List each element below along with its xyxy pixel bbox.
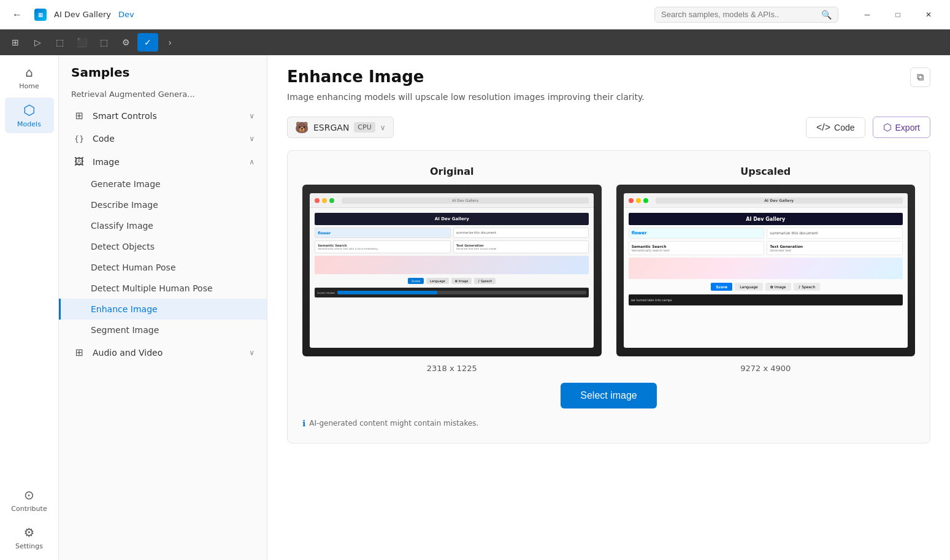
image-panel: Original AI Dev Gallery	[287, 150, 930, 443]
upscaled-screenshot: AI Dev Gallery AI Dev Gallery flower	[624, 193, 908, 348]
page-description: Image enhancing models will upscale low …	[287, 92, 645, 102]
select-image-button[interactable]: Select image	[561, 383, 657, 408]
upscaled-col: Upscaled AI Dev Gallery	[616, 166, 916, 373]
main-layout: ⌂ Home ⬡ Models ⊙ Contribute ⚙ Settings …	[0, 55, 950, 560]
page-title: Enhance Image	[287, 67, 645, 86]
original-dimensions: 2318 x 1225	[427, 364, 477, 373]
sidebar-sub-segment-image[interactable]: Segment Image	[59, 320, 267, 340]
search-bar[interactable]: 🔍	[654, 7, 838, 23]
sidebar-sub-enhance-image[interactable]: Enhance Image	[59, 299, 267, 320]
nav-contribute-label: Contribute	[11, 505, 47, 513]
nav-home[interactable]: ⌂ Home	[5, 60, 54, 95]
settings-icon: ⚙	[24, 525, 35, 540]
content-toolbar: 🐻 ESRGAN CPU ∨ </> Code ⬡ Export	[287, 117, 930, 138]
smart-controls-label: Smart Controls	[93, 111, 242, 121]
export-button[interactable]: ⬡ Export	[873, 117, 930, 138]
nav-rail: ⌂ Home ⬡ Models ⊙ Contribute ⚙ Settings	[0, 55, 59, 560]
original-image-preview: AI Dev Gallery AI Dev Gallery flower	[302, 185, 602, 356]
audio-video-label: Audio and Video	[93, 348, 242, 358]
nav-contribute[interactable]: ⊙ Contribute	[5, 483, 54, 518]
code-chevron: ∨	[249, 134, 255, 143]
disclaimer-text: AI-generated content might contain mista…	[309, 419, 478, 428]
image-section-icon: 🖼	[73, 156, 85, 167]
export-icon: ⬡	[883, 121, 892, 133]
image-section-chevron: ∧	[249, 158, 255, 166]
model-icon: 🐻	[295, 121, 308, 134]
search-input[interactable]	[661, 10, 816, 19]
upscaled-label: Upscaled	[740, 166, 791, 177]
contribute-icon: ⊙	[24, 488, 34, 502]
rag-label: Retrieval Augmented Genera...	[71, 90, 195, 99]
app-title: AI Dev Gallery	[54, 10, 111, 19]
upscaled-image-preview: AI Dev Gallery AI Dev Gallery flower	[616, 185, 916, 356]
sidebar-sub-classify-image[interactable]: Classify Image	[59, 215, 267, 236]
back-button[interactable]: ←	[7, 5, 27, 25]
image-comparison: Original AI Dev Gallery	[302, 166, 915, 373]
model-tag: CPU	[354, 122, 375, 132]
content-inner: Enhance Image Image enhancing models wil…	[267, 55, 950, 456]
search-icon: 🔍	[821, 10, 832, 20]
smart-controls-icon: ⊞	[73, 110, 85, 121]
sidebar-sub-generate-image[interactable]: Generate Image	[59, 174, 267, 194]
upscaled-dimensions: 9272 x 4900	[740, 364, 791, 373]
image-section-label: Image	[93, 157, 242, 167]
code-button-label: Code	[834, 123, 854, 132]
toolbar-btn-4[interactable]: ⬛	[71, 33, 92, 52]
maximize-button[interactable]: □	[884, 5, 912, 25]
original-screenshot: AI Dev Gallery AI Dev Gallery flower	[310, 193, 594, 348]
model-name: ESRGAN	[313, 123, 349, 132]
sidebar-item-audio-video[interactable]: ⊞ Audio and Video ∨	[59, 340, 267, 364]
link-button[interactable]: ⧉	[910, 67, 930, 87]
back-icon: ←	[12, 9, 22, 20]
toolbar-btn-2[interactable]: ▷	[27, 33, 48, 52]
sidebar-item-code[interactable]: {} Code ∨	[59, 128, 267, 150]
nav-models[interactable]: ⬡ Models	[5, 98, 54, 133]
toolbar-btn-chevron[interactable]: ›	[159, 33, 180, 52]
info-icon: ℹ	[302, 418, 305, 428]
app-icon: ▦	[34, 9, 47, 21]
sidebar-rag-item[interactable]: Retrieval Augmented Genera...	[59, 85, 267, 104]
sidebar-item-smart-controls[interactable]: ⊞ Smart Controls ∨	[59, 104, 267, 128]
smart-controls-chevron: ∨	[249, 112, 255, 120]
code-icon: {}	[73, 134, 85, 144]
model-selector[interactable]: 🐻 ESRGAN CPU ∨	[287, 117, 394, 138]
toolbar-btn-6[interactable]: ⚙	[115, 33, 136, 52]
models-icon: ⬡	[23, 102, 35, 118]
app-env: Dev	[118, 10, 134, 19]
ai-disclaimer: ℹ AI-generated content might contain mis…	[302, 418, 915, 428]
code-label: Code	[93, 134, 242, 144]
export-button-label: Export	[895, 123, 920, 132]
sidebar-item-image[interactable]: 🖼 Image ∧	[59, 150, 267, 174]
toolbar-btn-1[interactable]: ⊞	[5, 33, 26, 52]
model-chevron-icon: ∨	[380, 123, 386, 132]
sidebar-sub-describe-image[interactable]: Describe Image	[59, 194, 267, 215]
original-label: Original	[430, 166, 474, 177]
window-controls: ─ □ ✕	[853, 5, 943, 25]
sidebar: Samples Retrieval Augmented Genera... ⊞ …	[59, 55, 267, 560]
audio-video-chevron: ∨	[249, 348, 255, 357]
code-button[interactable]: </> Code	[806, 117, 865, 138]
toolbar: ⊞ ▷ ⬚ ⬛ ⬚ ⚙ ✓ ›	[0, 29, 950, 55]
nav-home-label: Home	[19, 82, 39, 90]
main-content: Enhance Image Image enhancing models wil…	[267, 55, 950, 560]
toolbar-btn-check[interactable]: ✓	[137, 33, 158, 52]
code-icon: </>	[816, 122, 830, 133]
toolbar-btn-5[interactable]: ⬚	[93, 33, 114, 52]
audio-video-icon: ⊞	[73, 347, 85, 358]
close-button[interactable]: ✕	[914, 5, 943, 25]
sidebar-sub-detect-multiple-human-pose[interactable]: Detect Multiple Human Pose	[59, 278, 267, 299]
nav-settings-label: Settings	[15, 542, 43, 550]
toolbar-btn-3[interactable]: ⬚	[49, 33, 70, 52]
sidebar-header: Samples	[59, 55, 267, 85]
nav-models-label: Models	[17, 120, 41, 128]
sidebar-sub-detect-human-pose[interactable]: Detect Human Pose	[59, 257, 267, 278]
original-col: Original AI Dev Gallery	[302, 166, 602, 373]
minimize-button[interactable]: ─	[853, 5, 881, 25]
home-icon: ⌂	[25, 65, 33, 80]
sidebar-sub-detect-objects[interactable]: Detect Objects	[59, 236, 267, 257]
titlebar: ← ▦ AI Dev Gallery Dev 🔍 ─ □ ✕	[0, 0, 950, 29]
nav-settings[interactable]: ⚙ Settings	[5, 520, 54, 555]
